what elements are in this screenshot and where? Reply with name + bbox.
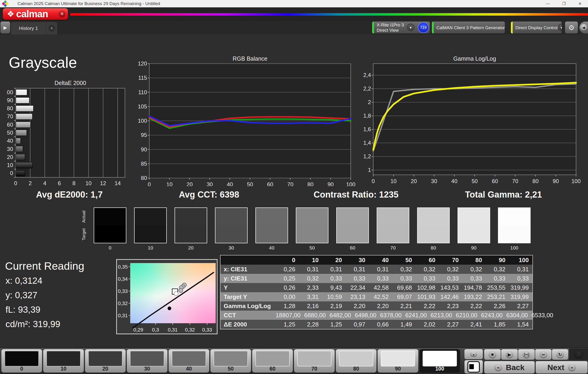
record-icon[interactable] [574,350,583,359]
table-cell: 6243,00 [481,310,506,320]
table-row-label: Y [220,283,276,292]
reading-cdm2: cd/m²: 319,99 [6,319,60,329]
swatch-level-label: 60 [336,245,369,251]
brand-bar: ❖ calman ▼ [0,7,588,21]
back-label: Back [506,363,524,372]
svg-text:6: 6 [58,180,61,186]
table-header-cell: 20 [322,256,346,265]
svg-text:50: 50 [7,129,13,136]
settings-button[interactable]: ⚙ [565,21,578,33]
table-cell: 2,23 [439,301,462,310]
level-label: 90 [378,366,418,372]
level-swatch [423,351,457,366]
close-icon[interactable]: ✕ [572,0,588,7]
table-cell: 2,22 [416,301,439,310]
table-row-label: Gamma Log/Log [220,301,276,310]
meter-dropdown[interactable]: X-Rite i1Pro 3Direct View ▼ 719 [372,21,430,33]
back-button[interactable]: « Back [484,361,535,374]
svg-text:80: 80 [7,105,13,111]
calman-menu-button[interactable]: ❖ calman ▼ [3,8,68,20]
table-cell: 9,43 [322,283,346,292]
gray-level-button-30[interactable]: 30 [127,349,168,373]
add-tab-button[interactable]: + [46,22,57,34]
up-arrow-icon: ▲ [470,352,477,357]
table-header-cell: 10 [299,256,323,265]
svg-text:0: 0 [148,181,151,186]
play-button[interactable]: ▶ [501,349,518,360]
stop-button[interactable]: ■ [484,349,501,360]
svg-text:90: 90 [553,178,559,184]
gray-level-button-50[interactable]: 50 [210,349,251,373]
svg-text:50: 50 [247,181,253,186]
pattern-window-button[interactable] [464,360,483,374]
gray-level-button-80[interactable]: 80 [336,349,377,373]
grayscale-swatch-30: 30 [215,207,248,251]
total-gamma-value: Total Gamma: 2,21 [465,190,542,200]
table-header-cell: 60 [416,256,439,265]
table-cell: 6213,00 [430,310,456,320]
svg-text:95: 95 [141,132,147,138]
svg-text:2,2: 2,2 [363,85,371,92]
svg-text:20: 20 [7,154,13,160]
chevron-down-icon[interactable]: ▼ [407,24,415,32]
calman-menu-dropdown-icon[interactable]: ▼ [59,11,65,17]
swatch-level-label: 50 [296,245,328,251]
svg-text:1: 1 [368,167,371,173]
level-label: 30 [127,366,168,372]
gray-level-button-90[interactable]: 90 [378,349,418,373]
chart-rgb-svg: RGB Balance80859095100105110115120010203… [137,55,356,186]
gray-level-button-40[interactable]: 40 [168,349,209,373]
continuous-measure-button[interactable]: ∞ [535,349,551,360]
table-cell: 0,25 [276,274,299,283]
restore-icon[interactable]: ❐ [556,0,572,7]
table-row: x: CIE310,260,310,310,310,310,320,320,32… [220,265,532,274]
svg-text:10: 10 [85,180,92,186]
svg-text:0,33: 0,33 [118,288,128,294]
gray-level-button-10[interactable]: 10 [43,349,84,373]
meter-battery-badge: 719 [418,22,429,33]
table-cell: 102,98 [416,283,439,292]
level-swatch [339,351,373,366]
table-cell: 2,19 [322,301,346,310]
gray-level-button-100[interactable]: 100 [420,349,460,373]
display-control-dropdown[interactable]: Direct Display Control ▼ [511,21,562,33]
gray-level-button-60[interactable]: 60 [252,349,293,373]
table-cell: 253,55 [486,283,509,292]
step-measure-button[interactable]: [••] [518,349,535,360]
svg-text:0,31: 0,31 [118,313,128,318]
table-cell: 1,85 [486,320,509,329]
svg-text:100: 100 [138,118,147,124]
level-swatch [130,351,164,366]
svg-text:90: 90 [327,181,334,186]
table-cell: 194,78 [462,283,486,292]
loop-measure-button[interactable]: ↻ [552,349,568,360]
next-button[interactable]: Next » [536,361,588,374]
table-header-cell: 30 [346,256,369,265]
table-cell: 0,32 [392,265,416,274]
calman-wordmark: calman [16,9,48,19]
chevron-down-icon[interactable]: ▼ [558,24,562,32]
svg-text:8: 8 [72,180,75,186]
pattern-generator-dropdown[interactable]: CalMAN Client 3 Pattern Generator ▼ [432,21,505,33]
table-cell: 143,53 [439,283,462,292]
workflow-expand-button[interactable]: ▶ [0,21,10,33]
table-row: Gamma Log/Log1,282,162,192,202,202,212,2… [220,301,532,310]
gray-level-button-70[interactable]: 70 [294,349,335,373]
table-cell: 101,93 [416,292,439,301]
gray-level-button-20[interactable]: 20 [85,349,126,373]
grayscale-swatch-100: 100 [498,207,531,251]
svg-text:10: 10 [390,178,397,184]
table-header-cell: 100 [509,256,532,265]
table-cell: 2,16 [299,301,323,310]
table-cell: 0,33 [509,274,532,283]
svg-text:40: 40 [451,178,458,184]
gray-level-button-0[interactable]: 0 [1,349,42,373]
level-label: 80 [336,366,377,372]
level-swatch [172,351,206,366]
collapse-panel-button[interactable]: ◀ [579,21,588,33]
svg-text:80: 80 [532,178,539,184]
expand-patterns-button[interactable]: ▲ [464,349,483,359]
table-cell: 6533,00 [532,310,557,320]
tab-history-1[interactable]: History 1 [11,22,46,34]
minimize-icon[interactable]: — [540,0,556,7]
